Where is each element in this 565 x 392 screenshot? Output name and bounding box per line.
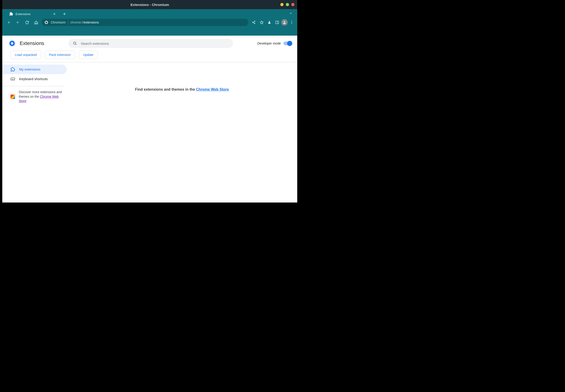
tab-title: Extensions [15,12,50,16]
extensions-body: My extensions Keyboard shortcuts Discove… [2,62,297,202]
toolbar-right [250,19,295,26]
chrome-logo-icon [44,20,48,24]
plus-icon [63,12,66,16]
sidebar-item-my-extensions[interactable]: My extensions [2,65,67,74]
update-button[interactable]: Update [79,51,98,59]
browser-tab[interactable]: Extensions [6,10,59,18]
svg-point-4 [254,23,255,24]
chevron-down-icon [289,12,292,15]
close-icon [53,13,56,15]
window-minimize-button[interactable] [280,3,284,6]
search-icon [73,41,77,46]
home-icon [34,20,38,25]
window-titlebar: Extensions - Chromium [0,0,300,9]
sidebar-item-keyboard-shortcuts[interactable]: Keyboard shortcuts [2,74,67,84]
desktop-bottom-border [0,202,300,205]
bookmark-button[interactable] [258,19,265,26]
star-icon [260,20,264,25]
kebab-icon [290,20,294,24]
person-icon [282,20,287,24]
labs-button[interactable] [266,19,273,26]
toggle-knob [287,41,292,46]
nav-back-button[interactable] [5,19,12,26]
tab-overflow-button[interactable] [288,10,294,16]
empty-msg-prefix: Find extensions and themes in the [135,87,196,91]
sidebar-item-label: My extensions [19,68,41,71]
developer-mode-label: Developer mode [257,42,281,45]
omnibox-site-label: Chromium [51,21,66,24]
svg-point-1 [46,22,47,23]
developer-mode: Developer mode [257,42,292,45]
reload-icon [25,20,29,25]
sidepanel-icon [275,20,279,24]
svg-point-3 [254,21,255,22]
window-buttons [280,3,294,6]
sidebar-item-label: Keyboard shortcuts [19,77,48,81]
chrome-logo-icon [9,40,15,47]
tab-close-button[interactable] [53,12,56,16]
sidepanel-button[interactable] [274,19,281,26]
flask-icon [267,20,271,24]
window-close-button[interactable] [291,3,294,6]
sidebar: My extensions Keyboard shortcuts Discove… [2,62,67,202]
browser-menu-button[interactable] [288,19,295,26]
arrow-left-icon [6,20,11,25]
browser-toolbar: Chromium chrome://extensions [2,18,297,27]
load-unpacked-button[interactable]: Load unpacked [11,51,41,59]
new-tab-button[interactable] [61,11,68,17]
omnibox-url: chrome://extensions [70,21,99,24]
developer-mode-toggle[interactable] [284,42,292,45]
sidebar-divider [2,86,64,86]
svg-rect-5 [275,21,279,24]
main-panel: Find extensions and themes in the Chrome… [67,62,297,202]
svg-rect-11 [11,78,15,80]
svg-point-6 [284,21,285,22]
nav-forward-button[interactable] [14,19,21,26]
sidebar-web-store-promo: Discover more extensions and themes on t… [2,90,67,103]
empty-state-message: Find extensions and themes in the Chrome… [67,87,297,92]
omnibox-separator [68,20,68,24]
developer-actions: Load unpacked Pack extension Update [2,51,297,62]
arrow-right-icon [15,20,20,25]
sidebar-promo-text: Discover more extensions and themes on t… [19,90,62,103]
extensions-page: Extensions Developer mode Load unpacked … [0,36,300,202]
search-input[interactable] [80,41,229,46]
chrome-spacer [2,27,297,36]
window-maximize-button[interactable] [286,3,289,6]
nav-reload-button[interactable] [23,19,31,26]
omnibox-url-scheme: chrome:// [70,21,84,24]
puzzle-icon [11,67,15,72]
tab-strip: Extensions [2,9,297,18]
extensions-header: Extensions Developer mode [2,36,297,51]
svg-point-2 [252,22,253,23]
svg-point-8 [291,22,292,23]
search-extensions-box[interactable] [69,39,233,48]
svg-point-10 [73,42,76,44]
extension-puzzle-icon [9,12,13,16]
web-store-icon [11,95,15,99]
omnibox-url-path: extensions [84,21,99,24]
empty-web-store-link[interactable]: Chrome Web Store [196,87,229,91]
omnibox[interactable]: Chromium chrome://extensions [42,19,248,26]
share-icon [252,20,256,24]
profile-avatar[interactable] [281,19,288,26]
keyboard-icon [11,77,15,81]
browser-chrome: Extensions Chromium ch [0,9,300,36]
pack-extension-button[interactable]: Pack extension [45,51,75,59]
share-button[interactable] [250,19,258,26]
svg-point-9 [291,23,292,24]
window-title: Extensions - Chromium [130,3,169,7]
page-title: Extensions [20,41,44,46]
nav-home-button[interactable] [32,19,40,26]
svg-point-7 [291,21,292,21]
